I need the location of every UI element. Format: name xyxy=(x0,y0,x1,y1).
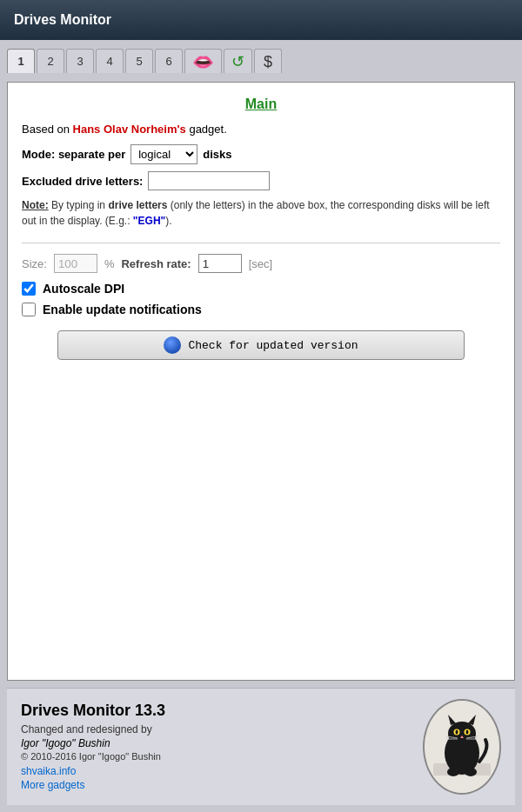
main-container: 1 2 3 4 5 6 👄 ↺ $ Main Based on Hans Ola… xyxy=(0,40,522,812)
update-notif-row: Enable update notifications xyxy=(22,303,500,316)
refresh-unit: [sec] xyxy=(249,257,272,270)
size-input[interactable] xyxy=(54,254,97,273)
tab-2[interactable]: 2 xyxy=(37,49,64,73)
update-notif-checkbox[interactable] xyxy=(22,303,36,316)
footer-info: Drives Monitor 13.3 Changed and redesign… xyxy=(7,688,515,805)
tab-dollar[interactable]: $ xyxy=(254,49,282,73)
refresh-input[interactable] xyxy=(198,254,242,273)
footer-app-title: Drives Monitor 13.3 xyxy=(21,702,409,720)
footer-author-italic: Igor "Igogo" Bushin xyxy=(21,737,409,749)
tab-4[interactable]: 4 xyxy=(96,49,124,73)
tab-recycle[interactable]: ↺ xyxy=(224,49,252,73)
mode-label: Mode: separate per xyxy=(22,148,125,161)
footer-copyright: © 2010-2016 Igor "Igogo" Bushin xyxy=(21,751,409,762)
tab-1[interactable]: 1 xyxy=(7,49,35,73)
panel-title: Main xyxy=(22,97,500,112)
based-on-text: Based on Hans Olav Norheim's gadget. xyxy=(22,123,500,136)
content-panel: Main Based on Hans Olav Norheim's gadget… xyxy=(7,82,515,681)
size-label: Size: xyxy=(22,257,47,270)
size-percent: % xyxy=(104,257,115,270)
update-notif-label: Enable update notifications xyxy=(43,303,202,316)
check-update-button[interactable]: Check for updated version xyxy=(57,330,465,360)
tab-lips[interactable]: 👄 xyxy=(184,49,222,73)
autoscale-label: Autoscale DPI xyxy=(43,282,124,296)
cat-image xyxy=(423,699,501,795)
tab-bar: 1 2 3 4 5 6 👄 ↺ $ xyxy=(7,47,515,75)
author-name: Hans Olav Norheim's xyxy=(73,123,186,136)
size-refresh-row: Size: % Refresh rate: [sec] xyxy=(22,254,500,273)
divider xyxy=(22,243,500,243)
mode-suffix: disks xyxy=(203,148,231,161)
tab-6[interactable]: 6 xyxy=(155,49,183,73)
refresh-label: Refresh rate: xyxy=(121,257,191,270)
footer-changed-by: Changed and redesigned by xyxy=(21,723,409,735)
note-text: Note: By typing in drive letters (only t… xyxy=(22,197,500,229)
excluded-row: Excluded drive letters: xyxy=(22,171,500,190)
check-btn-label: Check for updated version xyxy=(188,339,358,352)
mode-select[interactable]: logical physical xyxy=(130,144,197,164)
svg-point-16 xyxy=(465,768,477,776)
title-bar: Drives Monitor xyxy=(0,0,522,40)
autoscale-row: Autoscale DPI xyxy=(22,282,500,296)
tab-3[interactable]: 3 xyxy=(66,49,94,73)
svg-point-15 xyxy=(447,768,459,776)
autoscale-checkbox[interactable] xyxy=(22,282,36,296)
svg-point-8 xyxy=(456,730,458,735)
footer-link-gadgets[interactable]: More gadgets xyxy=(21,779,409,791)
globe-icon xyxy=(164,336,181,354)
footer-text-area: Drives Monitor 13.3 Changed and redesign… xyxy=(21,702,409,793)
app-title: Drives Monitor xyxy=(14,12,111,28)
footer-link-shvaika[interactable]: shvaika.info xyxy=(21,765,409,777)
excluded-input[interactable] xyxy=(148,171,270,190)
excluded-label: Excluded drive letters: xyxy=(22,175,143,188)
svg-point-3 xyxy=(448,722,476,746)
tab-5[interactable]: 5 xyxy=(125,49,153,73)
mode-row: Mode: separate per logical physical disk… xyxy=(22,144,500,164)
svg-point-9 xyxy=(466,730,469,735)
